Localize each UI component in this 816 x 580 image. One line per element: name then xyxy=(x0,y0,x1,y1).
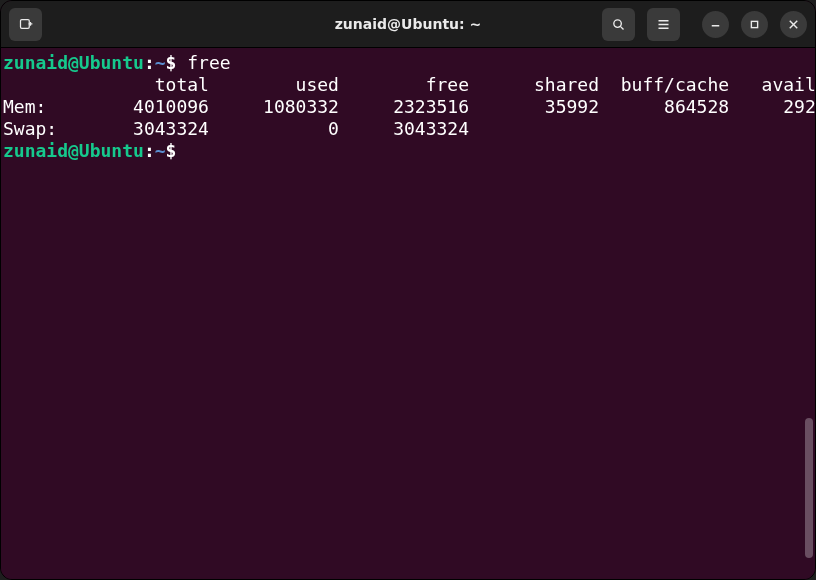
svg-rect-9 xyxy=(751,21,757,27)
prompt-path: ~ xyxy=(155,52,166,73)
prompt-user-host: zunaid@Ubuntu xyxy=(3,52,144,73)
search-button[interactable] xyxy=(602,8,635,41)
prompt-sigil: $ xyxy=(166,140,177,161)
titlebar: zunaid@Ubuntu: ~ xyxy=(1,1,815,48)
new-tab-button[interactable] xyxy=(9,8,42,41)
svg-line-4 xyxy=(620,26,623,29)
command-text: free xyxy=(187,52,230,73)
free-mem-row: Mem: 4010096 1080332 2323516 35992 86452… xyxy=(3,96,815,117)
svg-rect-0 xyxy=(21,19,30,28)
minimize-button[interactable] xyxy=(702,11,729,38)
menu-button[interactable] xyxy=(647,8,680,41)
free-header-row: total used free shared buff/cache availa… xyxy=(3,74,815,95)
free-swap-row: Swap: 3043324 0 3043324 xyxy=(3,118,469,139)
prompt-user-host: zunaid@Ubuntu xyxy=(3,140,144,161)
maximize-button[interactable] xyxy=(741,11,768,38)
prompt-colon: : xyxy=(144,140,155,161)
close-button[interactable] xyxy=(780,11,807,38)
terminal-window: zunaid@Ubuntu: ~ xyxy=(0,0,816,580)
terminal-output: zunaid@Ubuntu:~$ free total used free sh… xyxy=(1,52,815,162)
scrollbar-thumb[interactable] xyxy=(805,418,813,558)
terminal-body[interactable]: zunaid@Ubuntu:~$ free total used free sh… xyxy=(1,48,815,579)
prompt-sigil: $ xyxy=(166,52,177,73)
prompt-colon: : xyxy=(144,52,155,73)
prompt-path: ~ xyxy=(155,140,166,161)
svg-point-3 xyxy=(614,19,622,27)
